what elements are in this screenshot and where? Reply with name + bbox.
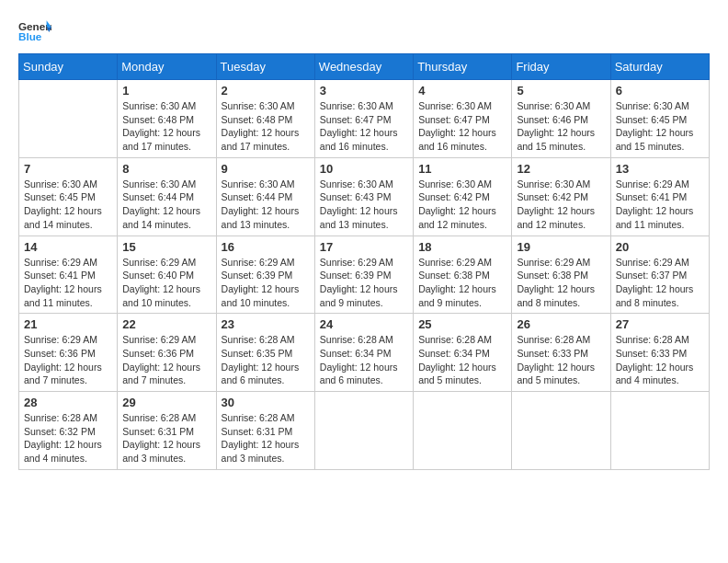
day-info: Sunrise: 6:28 AMSunset: 6:34 PMDaylight:… <box>320 333 408 387</box>
calendar-cell: 9Sunrise: 6:30 AMSunset: 6:44 PMDaylight… <box>216 157 314 236</box>
week-row-2: 7Sunrise: 6:30 AMSunset: 6:45 PMDaylight… <box>19 157 710 236</box>
day-info: Sunrise: 6:29 AMSunset: 6:41 PMDaylight:… <box>24 256 112 310</box>
day-number: 14 <box>24 240 112 254</box>
calendar-cell: 7Sunrise: 6:30 AMSunset: 6:45 PMDaylight… <box>19 157 118 236</box>
week-row-3: 14Sunrise: 6:29 AMSunset: 6:41 PMDayligh… <box>19 236 710 314</box>
day-number: 28 <box>24 396 112 409</box>
day-number: 19 <box>517 240 605 254</box>
calendar-cell: 23Sunrise: 6:28 AMSunset: 6:35 PMDayligh… <box>216 314 314 392</box>
day-number: 12 <box>517 162 605 176</box>
calendar-cell: 11Sunrise: 6:30 AMSunset: 6:42 PMDayligh… <box>414 157 512 236</box>
weekday-header-row: SundayMondayTuesdayWednesdayThursdayFrid… <box>19 54 710 80</box>
calendar-cell: 16Sunrise: 6:29 AMSunset: 6:39 PMDayligh… <box>216 236 314 314</box>
calendar-cell: 17Sunrise: 6:29 AMSunset: 6:39 PMDayligh… <box>314 236 413 314</box>
calendar-cell: 26Sunrise: 6:28 AMSunset: 6:33 PMDayligh… <box>512 314 610 392</box>
calendar-cell: 19Sunrise: 6:29 AMSunset: 6:38 PMDayligh… <box>512 236 610 314</box>
calendar-cell: 10Sunrise: 6:30 AMSunset: 6:43 PMDayligh… <box>314 157 413 236</box>
calendar-cell: 30Sunrise: 6:28 AMSunset: 6:31 PMDayligh… <box>216 392 314 470</box>
calendar-cell: 27Sunrise: 6:28 AMSunset: 6:33 PMDayligh… <box>610 314 709 392</box>
day-number: 22 <box>122 317 210 331</box>
calendar-cell: 14Sunrise: 6:29 AMSunset: 6:41 PMDayligh… <box>19 236 118 314</box>
day-number: 17 <box>320 240 408 254</box>
day-info: Sunrise: 6:29 AMSunset: 6:38 PMDaylight:… <box>418 256 506 310</box>
day-info: Sunrise: 6:29 AMSunset: 6:41 PMDaylight:… <box>616 178 704 232</box>
day-info: Sunrise: 6:29 AMSunset: 6:39 PMDaylight:… <box>320 256 408 310</box>
calendar-cell: 4Sunrise: 6:30 AMSunset: 6:47 PMDaylight… <box>414 80 512 158</box>
weekday-tuesday: Tuesday <box>216 54 314 80</box>
week-row-5: 28Sunrise: 6:28 AMSunset: 6:32 PMDayligh… <box>19 392 710 470</box>
calendar-cell: 12Sunrise: 6:30 AMSunset: 6:42 PMDayligh… <box>512 157 610 236</box>
day-number: 7 <box>24 162 112 176</box>
day-info: Sunrise: 6:28 AMSunset: 6:35 PMDaylight:… <box>222 333 310 387</box>
calendar-cell: 18Sunrise: 6:29 AMSunset: 6:38 PMDayligh… <box>414 236 512 314</box>
weekday-wednesday: Wednesday <box>314 54 413 80</box>
calendar-cell: 28Sunrise: 6:28 AMSunset: 6:32 PMDayligh… <box>19 392 118 470</box>
logo: General Blue <box>18 18 51 44</box>
calendar-cell <box>414 392 512 470</box>
day-number: 30 <box>222 396 310 409</box>
day-info: Sunrise: 6:30 AMSunset: 6:44 PMDaylight:… <box>222 178 310 232</box>
day-number: 1 <box>122 84 210 98</box>
week-row-1: 1Sunrise: 6:30 AMSunset: 6:48 PMDaylight… <box>19 80 710 158</box>
day-number: 21 <box>24 317 112 331</box>
day-number: 15 <box>122 240 210 254</box>
calendar-cell: 24Sunrise: 6:28 AMSunset: 6:34 PMDayligh… <box>314 314 413 392</box>
day-number: 20 <box>616 240 704 254</box>
logo-icon: General Blue <box>18 18 51 44</box>
day-info: Sunrise: 6:30 AMSunset: 6:48 PMDaylight:… <box>222 99 310 154</box>
day-info: Sunrise: 6:29 AMSunset: 6:36 PMDaylight:… <box>24 333 112 387</box>
week-row-4: 21Sunrise: 6:29 AMSunset: 6:36 PMDayligh… <box>19 314 710 392</box>
calendar-cell: 13Sunrise: 6:29 AMSunset: 6:41 PMDayligh… <box>610 157 709 236</box>
day-info: Sunrise: 6:30 AMSunset: 6:42 PMDaylight:… <box>418 178 506 232</box>
day-info: Sunrise: 6:30 AMSunset: 6:45 PMDaylight:… <box>24 178 112 232</box>
day-number: 27 <box>616 317 704 331</box>
day-info: Sunrise: 6:30 AMSunset: 6:48 PMDaylight:… <box>122 99 210 154</box>
weekday-friday: Friday <box>512 54 610 80</box>
day-info: Sunrise: 6:28 AMSunset: 6:34 PMDaylight:… <box>418 333 506 387</box>
day-number: 10 <box>320 162 408 176</box>
day-info: Sunrise: 6:30 AMSunset: 6:44 PMDaylight:… <box>122 178 210 232</box>
day-info: Sunrise: 6:29 AMSunset: 6:38 PMDaylight:… <box>517 256 605 310</box>
calendar-cell: 29Sunrise: 6:28 AMSunset: 6:31 PMDayligh… <box>118 392 216 470</box>
day-number: 2 <box>222 84 310 98</box>
calendar-cell: 22Sunrise: 6:29 AMSunset: 6:36 PMDayligh… <box>118 314 216 392</box>
day-info: Sunrise: 6:29 AMSunset: 6:39 PMDaylight:… <box>222 256 310 310</box>
calendar-cell: 3Sunrise: 6:30 AMSunset: 6:47 PMDaylight… <box>314 80 413 158</box>
day-info: Sunrise: 6:29 AMSunset: 6:40 PMDaylight:… <box>122 256 210 310</box>
svg-text:Blue: Blue <box>18 30 42 42</box>
day-number: 3 <box>320 84 408 98</box>
day-info: Sunrise: 6:29 AMSunset: 6:37 PMDaylight:… <box>616 256 704 310</box>
header: General Blue <box>18 18 710 44</box>
calendar-cell <box>610 392 709 470</box>
calendar-cell <box>512 392 610 470</box>
day-info: Sunrise: 6:30 AMSunset: 6:47 PMDaylight:… <box>418 99 506 154</box>
day-info: Sunrise: 6:28 AMSunset: 6:31 PMDaylight:… <box>222 411 310 465</box>
day-number: 26 <box>517 317 605 331</box>
calendar-cell <box>19 80 118 158</box>
day-info: Sunrise: 6:30 AMSunset: 6:47 PMDaylight:… <box>320 99 408 154</box>
day-number: 6 <box>616 84 704 98</box>
weekday-sunday: Sunday <box>19 54 118 80</box>
day-number: 9 <box>222 162 310 176</box>
day-info: Sunrise: 6:28 AMSunset: 6:33 PMDaylight:… <box>616 333 704 387</box>
day-info: Sunrise: 6:29 AMSunset: 6:36 PMDaylight:… <box>122 333 210 387</box>
calendar-cell: 20Sunrise: 6:29 AMSunset: 6:37 PMDayligh… <box>610 236 709 314</box>
day-info: Sunrise: 6:30 AMSunset: 6:46 PMDaylight:… <box>517 99 605 154</box>
weekday-monday: Monday <box>118 54 216 80</box>
weekday-thursday: Thursday <box>414 54 512 80</box>
day-number: 18 <box>418 240 506 254</box>
calendar-cell: 1Sunrise: 6:30 AMSunset: 6:48 PMDaylight… <box>118 80 216 158</box>
day-info: Sunrise: 6:28 AMSunset: 6:31 PMDaylight:… <box>122 411 210 465</box>
weekday-saturday: Saturday <box>610 54 709 80</box>
calendar-cell: 6Sunrise: 6:30 AMSunset: 6:45 PMDaylight… <box>610 80 709 158</box>
day-number: 16 <box>222 240 310 254</box>
day-number: 8 <box>122 162 210 176</box>
day-number: 5 <box>517 84 605 98</box>
day-number: 29 <box>122 396 210 409</box>
calendar-table: SundayMondayTuesdayWednesdayThursdayFrid… <box>18 53 710 470</box>
calendar-cell: 25Sunrise: 6:28 AMSunset: 6:34 PMDayligh… <box>414 314 512 392</box>
day-info: Sunrise: 6:28 AMSunset: 6:32 PMDaylight:… <box>24 411 112 465</box>
calendar-cell <box>314 392 413 470</box>
day-number: 23 <box>222 317 310 331</box>
day-info: Sunrise: 6:30 AMSunset: 6:42 PMDaylight:… <box>517 178 605 232</box>
